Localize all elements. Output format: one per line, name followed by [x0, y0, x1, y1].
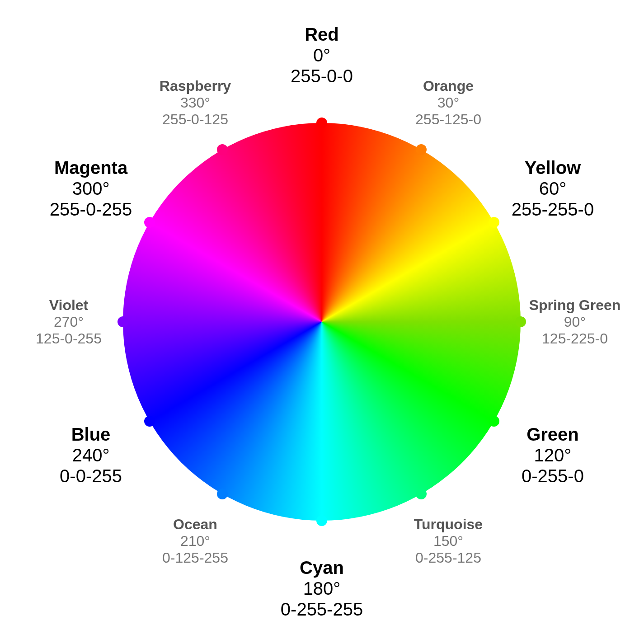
magenta-angle: 300°	[50, 178, 132, 199]
blue-name: Blue	[60, 424, 122, 445]
ocean-label: Ocean210°0-125-255	[162, 516, 228, 566]
orange-angle: 30°	[415, 94, 481, 111]
orange-label: Orange30°255-125-0	[415, 78, 481, 127]
blue-rgb: 0-0-255	[60, 465, 122, 486]
cyan-rgb: 0-255-255	[281, 599, 363, 620]
turquoise-rgb: 0-255-125	[414, 549, 483, 566]
red-dot	[316, 118, 327, 128]
magenta-dot	[144, 217, 155, 228]
spring-green-rgb: 125-225-0	[529, 330, 621, 347]
yellow-angle: 60°	[512, 178, 594, 199]
turquoise-label: Turquoise150°0-255-125	[414, 516, 483, 566]
red-label: Red0°255-0-0	[291, 24, 353, 86]
red-rgb: 255-0-0	[291, 66, 353, 86]
yellow-dot	[489, 217, 499, 228]
cyan-name: Cyan	[281, 557, 363, 578]
raspberry-name: Raspberry	[160, 78, 231, 94]
raspberry-dot	[217, 144, 228, 155]
violet-angle: 270°	[36, 314, 102, 330]
blue-angle: 240°	[60, 445, 122, 465]
blue-dot	[144, 416, 155, 427]
spring-green-angle: 90°	[529, 314, 621, 330]
yellow-label: Yellow60°255-255-0	[512, 157, 594, 220]
green-angle: 120°	[522, 445, 584, 465]
violet-dot	[118, 316, 128, 327]
green-dot	[489, 416, 499, 427]
orange-dot	[416, 144, 427, 155]
yellow-rgb: 255-255-0	[512, 199, 594, 220]
spring-green-label: Spring Green90°125-225-0	[529, 297, 621, 347]
violet-name: Violet	[36, 297, 102, 314]
turquoise-angle: 150°	[414, 533, 483, 550]
color-wheel-diagram: Red0°255-0-0Orange30°255-125-0Yellow60°2…	[0, 0, 644, 644]
magenta-label: Magenta300°255-0-255	[50, 157, 132, 220]
green-rgb: 0-255-0	[522, 465, 584, 486]
ocean-rgb: 0-125-255	[162, 549, 228, 566]
raspberry-label: Raspberry330°255-0-125	[160, 78, 231, 127]
orange-rgb: 255-125-0	[415, 111, 481, 127]
hue-wheel	[123, 123, 521, 521]
violet-rgb: 125-0-255	[36, 330, 102, 347]
yellow-name: Yellow	[512, 157, 594, 178]
ocean-angle: 210°	[162, 533, 228, 550]
cyan-label: Cyan180°0-255-255	[281, 557, 363, 620]
orange-name: Orange	[415, 78, 481, 94]
cyan-angle: 180°	[281, 578, 363, 599]
green-name: Green	[522, 424, 584, 445]
spring-green-dot	[515, 316, 526, 327]
spring-green-name: Spring Green	[529, 297, 621, 314]
turquoise-dot	[416, 489, 427, 499]
ocean-dot	[217, 489, 228, 499]
green-label: Green120°0-255-0	[522, 424, 584, 486]
turquoise-name: Turquoise	[414, 516, 483, 533]
magenta-name: Magenta	[50, 157, 132, 178]
red-angle: 0°	[291, 45, 353, 66]
raspberry-rgb: 255-0-125	[160, 111, 231, 127]
blue-label: Blue240°0-0-255	[60, 424, 122, 486]
ocean-name: Ocean	[162, 516, 228, 533]
cyan-dot	[316, 515, 327, 526]
raspberry-angle: 330°	[160, 94, 231, 111]
red-name: Red	[291, 24, 353, 45]
magenta-rgb: 255-0-255	[50, 199, 132, 220]
violet-label: Violet270°125-0-255	[36, 297, 102, 347]
